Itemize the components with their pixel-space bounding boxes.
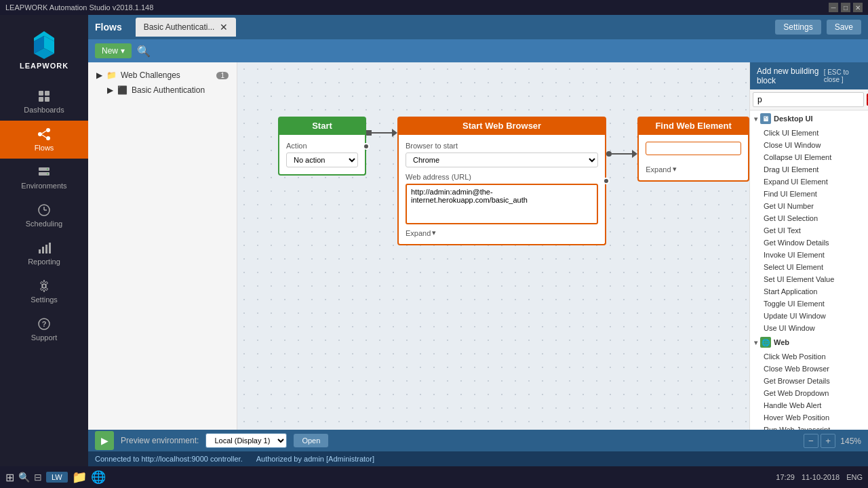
panel-item-start-application[interactable]: Start Application xyxy=(750,285,868,298)
connector-dot-1 xyxy=(366,130,372,136)
sidebar-item-support[interactable]: ? Support xyxy=(0,310,88,348)
start-node-body: Action No action xyxy=(278,135,366,176)
tree-item-web-challenges[interactable]: ▶ 📁 Web Challenges 1 xyxy=(88,68,237,83)
panel-item-set-ui-element-value[interactable]: Set UI Element Value xyxy=(750,273,868,285)
panel-search-input[interactable] xyxy=(753,92,864,107)
panel-list: ▾ 🖥 Desktop UI Click UI ElementClose UI … xyxy=(750,110,868,430)
sidebar-item-scheduling[interactable]: Scheduling xyxy=(0,197,88,235)
start-node-header: Start xyxy=(278,117,366,135)
panel-item-click-web-position[interactable]: Click Web Position xyxy=(750,350,868,363)
open-button[interactable]: Open xyxy=(294,434,328,447)
leapwork-taskbar-button[interactable]: LW xyxy=(46,472,68,483)
task-view-button[interactable]: ⊟ xyxy=(34,472,42,483)
status-bar: Connected to http://localhost:9000 contr… xyxy=(88,451,868,466)
flow-canvas[interactable]: Start Action No action xyxy=(237,62,749,430)
right-panel: Add new building block [ ESC to close ] … xyxy=(749,62,868,430)
content-area: Flows Basic Authenticati... ✕ Settings S… xyxy=(88,15,868,466)
panel-item-click-ui-element[interactable]: Click UI Element xyxy=(750,127,868,139)
clock-icon xyxy=(37,203,51,217)
panel-item-get-ui-selection[interactable]: Get UI Selection xyxy=(750,212,868,224)
browser-expand-button[interactable]: Expand ▾ xyxy=(406,228,436,237)
play-button[interactable]: ▶ xyxy=(95,431,114,450)
panel-item-handle-web-alert[interactable]: Handle Web Alert xyxy=(750,399,868,411)
tab-basic-auth[interactable]: Basic Authenticati... ✕ xyxy=(136,18,237,37)
search-button[interactable]: 🔍 xyxy=(137,45,151,58)
sidebar-item-flows[interactable]: Flows xyxy=(0,121,88,159)
panel-item-get-window-details[interactable]: Get Window Details xyxy=(750,237,868,249)
panel-item-run-web-javascript[interactable]: Run Web Javascript xyxy=(750,424,868,430)
sidebar-item-dashboards[interactable]: Dashboards xyxy=(0,83,88,121)
maximize-button[interactable]: □ xyxy=(841,3,850,12)
save-button[interactable]: Save xyxy=(827,20,861,35)
flows-icon xyxy=(37,127,51,141)
browser-node-body: Browser to start Chrome Web address (URL… xyxy=(397,135,606,245)
flow-node-start[interactable]: Start Action No action xyxy=(278,117,366,176)
tab-close-button[interactable]: ✕ xyxy=(220,22,228,33)
panel-item-close-web-browser[interactable]: Close Web Browser xyxy=(750,363,868,375)
web-chevron: ▾ xyxy=(754,339,757,346)
panel-item-hover-web-position[interactable]: Hover Web Position xyxy=(750,411,868,424)
file-explorer-button[interactable]: 📁 xyxy=(72,470,87,485)
panel-item-collapse-ui-element[interactable]: Collapse UI Element xyxy=(750,151,868,163)
env-select[interactable]: Local (Display 1) xyxy=(205,433,287,448)
action-select[interactable]: No action xyxy=(286,152,358,167)
tree-label-basic-auth: Basic Authentication xyxy=(132,85,205,95)
zoom-in-button[interactable]: + xyxy=(821,434,835,448)
sidebar-label-environments: Environments xyxy=(21,182,66,190)
sidebar-item-reporting[interactable]: Reporting xyxy=(0,235,88,272)
svg-rect-16 xyxy=(39,249,41,253)
find-input[interactable] xyxy=(646,142,741,155)
panel-search: ✕ xyxy=(750,89,868,110)
start-button[interactable]: ⊞ xyxy=(5,471,14,484)
settings-button[interactable]: Settings xyxy=(775,20,821,35)
panel-item-get-browser-details[interactable]: Get Browser Details xyxy=(750,375,868,387)
flow-node-browser[interactable]: Start Web Browser Browser to start Chrom… xyxy=(397,117,606,245)
flow-node-find[interactable]: Find Web Element Expand ▾ xyxy=(637,117,749,182)
app-title: LEAPWORK Automation Studio v2018.1.148 xyxy=(5,3,153,12)
server-icon xyxy=(37,165,51,179)
panel-item-find-ui-element[interactable]: Find UI Element xyxy=(750,188,868,200)
panel-item-expand-ui-element[interactable]: Expand UI Element xyxy=(750,176,868,188)
sidebar-item-settings[interactable]: Settings xyxy=(0,272,88,310)
find-expand-button[interactable]: Expand ▾ xyxy=(646,165,676,174)
sidebar-item-environments[interactable]: Environments xyxy=(0,159,88,197)
chrome-taskbar-button[interactable]: 🌐 xyxy=(91,470,106,485)
node-wrapper-find: Find Web Element Expand ▾ xyxy=(637,117,749,182)
panel-item-update-ui-window[interactable]: Update UI Window xyxy=(750,310,868,322)
flow-toolbar: New ▾ 🔍 xyxy=(88,39,868,62)
panel-item-get-ui-text[interactable]: Get UI Text xyxy=(750,224,868,237)
svg-line-7 xyxy=(42,131,46,134)
group-web[interactable]: ▾ 🌐 Web xyxy=(750,334,868,350)
group-desktop-ui[interactable]: ▾ 🖥 Desktop UI xyxy=(750,110,868,127)
tree-label: Web Challenges xyxy=(121,70,180,80)
panel-item-select-ui-element[interactable]: Select UI Element xyxy=(750,261,868,273)
svg-rect-0 xyxy=(39,91,43,96)
logo-text: LEAPWORK xyxy=(20,62,68,70)
panel-item-use-ui-window[interactable]: Use UI Window xyxy=(750,322,868,334)
panel-title: Add new building block xyxy=(757,66,824,85)
panel-item-toggle-ui-element[interactable]: Toggle UI Element xyxy=(750,298,868,310)
language-indicator: ENG xyxy=(846,473,863,481)
folder-color-icon: 📁 xyxy=(106,70,117,80)
tree-item-basic-auth[interactable]: ▶ ⬛ Basic Authentication xyxy=(88,83,237,98)
taskbar-search-button[interactable]: 🔍 xyxy=(18,472,30,483)
zoom-out-button[interactable]: − xyxy=(804,434,818,448)
panel-item-get-web-dropdown[interactable]: Get Web Dropdown xyxy=(750,387,868,399)
desktop-ui-items: Click UI ElementClose UI WindowCollapse … xyxy=(750,127,868,334)
svg-rect-19 xyxy=(49,243,51,253)
sidebar-label-flows: Flows xyxy=(35,144,54,152)
panel-item-invoke-ui-element[interactable]: Invoke UI Element xyxy=(750,249,868,261)
panel-item-get-ui-number[interactable]: Get UI Number xyxy=(750,200,868,212)
panel-item-close-ui-window[interactable]: Close UI Window xyxy=(750,139,868,151)
connector-1 xyxy=(366,119,397,146)
minimize-button[interactable]: ─ xyxy=(829,3,838,12)
svg-rect-18 xyxy=(45,245,47,253)
svg-point-5 xyxy=(46,128,50,132)
sidebar-label-reporting: Reporting xyxy=(28,258,60,266)
new-button[interactable]: New ▾ xyxy=(95,43,132,58)
browser-select[interactable]: Chrome xyxy=(406,152,598,167)
sidebar-label-scheduling: Scheduling xyxy=(26,220,62,228)
svg-point-4 xyxy=(38,132,42,136)
panel-item-drag-ui-element[interactable]: Drag UI Element xyxy=(750,163,868,176)
close-button[interactable]: ✕ xyxy=(853,3,863,12)
